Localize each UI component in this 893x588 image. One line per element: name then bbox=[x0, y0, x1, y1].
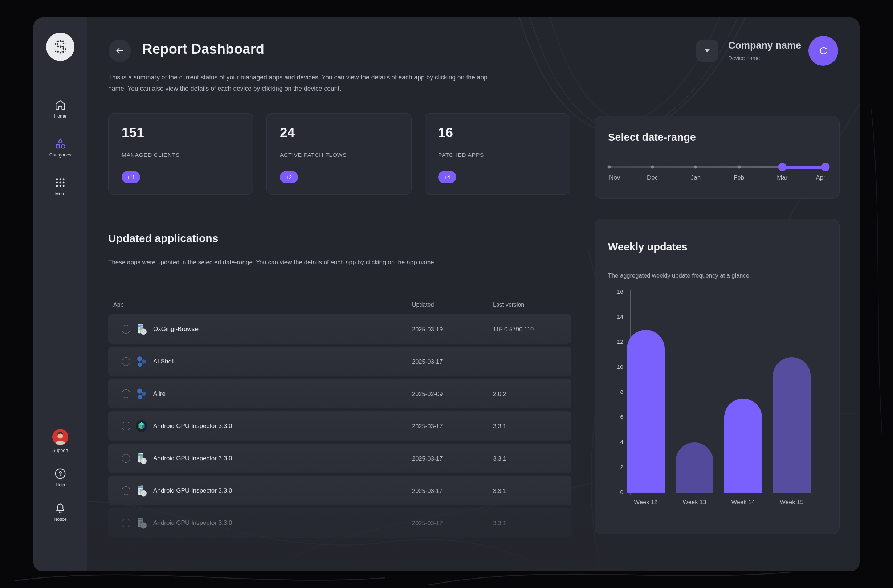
table-row[interactable]: Android GPU Inspector 3.3.02025-03-173.3… bbox=[108, 411, 571, 441]
account-dropdown-button[interactable] bbox=[696, 40, 718, 62]
stat-card-managed-clients[interactable]: 151MANAGED CLIENTS+11 bbox=[108, 113, 253, 194]
table-row[interactable]: Android GPU Inspector 3.3.02025-03-173.3… bbox=[108, 508, 571, 538]
row-checkbox[interactable] bbox=[122, 486, 130, 495]
sidebar-item-more[interactable]: More bbox=[33, 176, 87, 196]
table-row[interactable]: OxGingi-Browser2025-03-19115.0.5790.110 bbox=[108, 314, 571, 344]
app-updated-date: 2025-02-09 bbox=[412, 390, 442, 397]
page-description: This is a summary of the current status … bbox=[108, 72, 504, 94]
app-last-version: 3.3.1 bbox=[493, 455, 507, 462]
table-header: AppUpdatedLast version bbox=[108, 302, 571, 311]
device-name: Device name bbox=[728, 55, 760, 61]
app-name[interactable]: Android GPU Inspector 3.3.0 bbox=[153, 455, 232, 462]
app-name[interactable]: Android GPU Inspector 3.3.0 bbox=[153, 423, 232, 430]
chart-bar-week-13 bbox=[675, 442, 713, 493]
chart-ytick-2: 2 bbox=[595, 464, 623, 471]
stat-card-active-patch-flows[interactable]: 24ACTIVE PATCH FLOWS+2 bbox=[266, 113, 412, 194]
stat-label: MANAGED CLIENTS bbox=[122, 152, 180, 158]
stat-value: 16 bbox=[438, 125, 453, 140]
app-name[interactable]: Android GPU Inspector 3.3.0 bbox=[153, 519, 232, 527]
stat-label: ACTIVE PATCH FLOWS bbox=[280, 152, 347, 158]
hexagon-cluster-icon bbox=[135, 387, 148, 400]
row-checkbox[interactable] bbox=[122, 422, 130, 430]
company-name: Company name bbox=[728, 40, 801, 51]
sidebar-item-label: More bbox=[55, 191, 65, 196]
chart-ytick-0: 0 bbox=[595, 489, 623, 495]
avatar-letter: C bbox=[819, 45, 827, 57]
sidebar: S HomeCategoriesMore Support?HelpNotice bbox=[33, 17, 87, 571]
chart-xlabel-week-14: Week 14 bbox=[731, 499, 755, 505]
installer-box-icon bbox=[135, 516, 148, 529]
app-last-version: 3.3.1 bbox=[493, 519, 507, 526]
caret-down-icon bbox=[705, 50, 710, 52]
row-checkbox[interactable] bbox=[122, 454, 130, 463]
sidebar-footer: Support?HelpNotice bbox=[33, 429, 87, 537]
row-checkbox[interactable] bbox=[122, 389, 130, 398]
desktop-background: S HomeCategoriesMore Support?HelpNotice … bbox=[0, 0, 893, 588]
slider-selected-range[interactable] bbox=[782, 165, 825, 169]
table-row[interactable]: AI Shell2025-03-17 bbox=[108, 347, 571, 376]
back-button[interactable] bbox=[108, 39, 131, 62]
stat-value: 151 bbox=[122, 125, 144, 140]
app-name[interactable]: Alire bbox=[153, 390, 165, 397]
chart-x-axis bbox=[630, 493, 816, 493]
row-checkbox[interactable] bbox=[122, 519, 130, 527]
app-last-version: 2.0.2 bbox=[493, 390, 507, 397]
sidebar-item-label: Support bbox=[52, 448, 68, 453]
slider-month-label-nov: Nov bbox=[609, 174, 620, 182]
row-checkbox[interactable] bbox=[122, 357, 130, 366]
app-name[interactable]: AI Shell bbox=[153, 358, 174, 365]
app-logo[interactable]: S bbox=[46, 33, 74, 61]
chart-bar-week-14 bbox=[724, 399, 762, 493]
app-name[interactable]: OxGingi-Browser bbox=[153, 326, 200, 333]
stat-delta-badge: +2 bbox=[280, 171, 298, 183]
column-header-updated: Updated bbox=[412, 302, 434, 308]
sidebar-item-categories[interactable]: Categories bbox=[33, 138, 87, 158]
sidebar-divider bbox=[48, 399, 72, 399]
help-icon: ? bbox=[54, 468, 66, 480]
main-content: Report Dashboard This is a summary of th… bbox=[87, 17, 860, 571]
table-row[interactable]: Android GPU Inspector 3.3.02025-03-173.3… bbox=[108, 476, 571, 505]
app-window: S HomeCategoriesMore Support?HelpNotice … bbox=[33, 17, 860, 571]
chart-bar-week-15 bbox=[773, 357, 810, 493]
app-updated-date: 2025-03-17 bbox=[412, 455, 442, 462]
chart-ytick-16: 16 bbox=[595, 289, 623, 295]
chart-xlabel-week-13: Week 13 bbox=[683, 499, 707, 505]
slider-month-label-dec: Dec bbox=[647, 174, 658, 182]
chart-ytick-6: 6 bbox=[595, 414, 623, 420]
page-title: Report Dashboard bbox=[142, 41, 264, 57]
app-updated-date: 2025-03-19 bbox=[412, 326, 442, 332]
app-last-version: 3.3.1 bbox=[493, 423, 507, 429]
app-updated-date: 2025-03-17 bbox=[412, 423, 442, 429]
sidebar-item-notice[interactable]: Notice bbox=[33, 502, 87, 522]
stat-delta-badge: +11 bbox=[122, 171, 140, 183]
weekly-updates-subtitle: The aggregated weekly update frequency a… bbox=[608, 272, 751, 279]
sidebar-item-help[interactable]: ?Help bbox=[33, 468, 87, 487]
sidebar-nav: HomeCategoriesMore bbox=[33, 99, 87, 215]
slider-tick-dot bbox=[694, 165, 698, 169]
support-avatar bbox=[52, 429, 69, 445]
updated-apps-title: Updated applications bbox=[108, 232, 218, 245]
sidebar-item-label: Home bbox=[54, 114, 66, 119]
chart-xlabel-week-12: Week 12 bbox=[634, 499, 658, 505]
table-row[interactable]: Alire2025-02-092.0.2 bbox=[108, 379, 571, 408]
gpu-inspector-icon bbox=[135, 420, 148, 433]
slider-handle-end[interactable] bbox=[821, 163, 830, 171]
chart-ytick-12: 12 bbox=[595, 338, 623, 345]
logo-s-glyph: S bbox=[54, 38, 67, 56]
sidebar-item-home[interactable]: Home bbox=[33, 99, 87, 119]
installer-box-icon bbox=[135, 452, 148, 465]
app-updated-date: 2025-03-17 bbox=[412, 487, 442, 494]
sidebar-item-label: Notice bbox=[54, 517, 66, 522]
categories-icon bbox=[54, 138, 66, 150]
stats-row: 151MANAGED CLIENTS+1124ACTIVE PATCH FLOW… bbox=[108, 113, 570, 194]
sidebar-item-support[interactable]: Support bbox=[33, 429, 87, 453]
table-row[interactable]: Android GPU Inspector 3.3.02025-03-173.3… bbox=[108, 444, 571, 473]
chart-ytick-8: 8 bbox=[595, 389, 623, 395]
user-avatar[interactable]: C bbox=[809, 36, 838, 66]
app-name[interactable]: Android GPU Inspector 3.3.0 bbox=[153, 487, 232, 494]
stat-card-patched-apps[interactable]: 16PATCHED APPS+4 bbox=[425, 113, 570, 194]
slider-handle-start[interactable] bbox=[778, 163, 786, 171]
updated-apps-description: These apps were updated in the selected … bbox=[108, 257, 495, 268]
chart-ytick-4: 4 bbox=[595, 439, 623, 445]
row-checkbox[interactable] bbox=[122, 325, 130, 334]
